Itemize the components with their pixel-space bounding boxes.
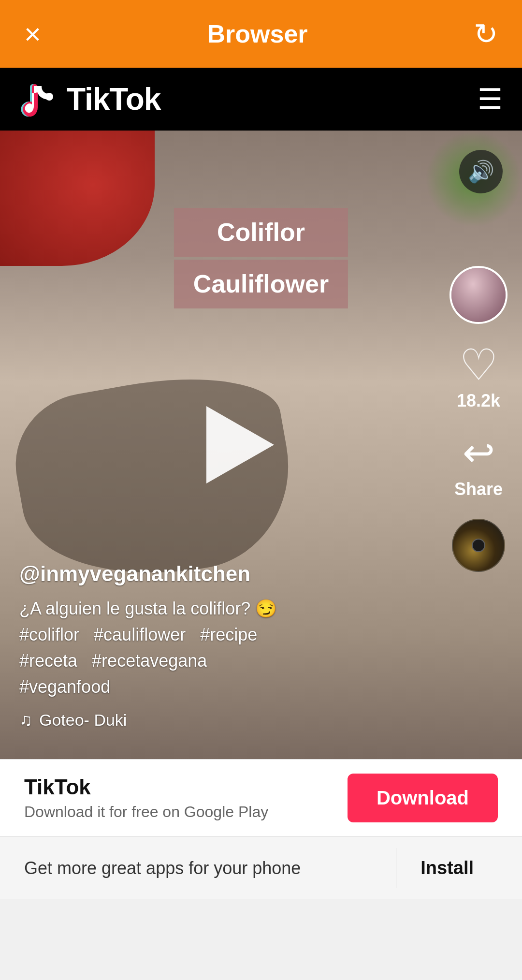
browser-bar: × Browser ↻: [0, 0, 522, 68]
caption-line2: Cauliflower: [174, 260, 348, 308]
music-note-icon: ♫: [19, 710, 32, 730]
video-username[interactable]: @inmyveganankitchen: [19, 562, 425, 586]
download-app-name: TikTok: [24, 775, 268, 799]
refresh-icon[interactable]: ↻: [474, 17, 498, 51]
video-right-actions: ♡ 18.2k ↪ Share: [450, 266, 508, 572]
hashtag-recipe[interactable]: #recipe: [200, 625, 257, 644]
install-banner: Get more great apps for your phone Insta…: [0, 836, 522, 899]
description-text: ¿A alguien le gusta la coliflor? 😏: [19, 599, 277, 618]
download-banner: TikTok Download it for free on Google Pl…: [0, 759, 522, 836]
heart-icon: ♡: [459, 343, 498, 387]
tiktok-wordmark: TikTok: [67, 81, 160, 117]
download-app-info: TikTok Download it for free on Google Pl…: [24, 775, 268, 821]
hashtag-recetavegana[interactable]: #recetavegana: [92, 651, 207, 671]
hashtag-coliflor[interactable]: #coliflor: [19, 625, 79, 644]
tiktok-logo[interactable]: TikTok: [19, 77, 160, 121]
close-icon[interactable]: ×: [24, 17, 41, 51]
hashtag-cauliflower[interactable]: #cauliflower: [94, 625, 186, 644]
creator-avatar[interactable]: [450, 266, 508, 324]
download-app-subtitle: Download it for free on Google Play: [24, 803, 268, 821]
music-disc[interactable]: [452, 519, 505, 572]
video-caption: Coliflor Cauliflower: [174, 208, 348, 311]
video-music[interactable]: ♫ Goteo- Duki: [19, 710, 425, 730]
tiktok-logo-icon: [19, 77, 58, 121]
tiktok-header: TikTok ☰: [0, 68, 522, 131]
video-container: 🔊 Coliflor Cauliflower ♡ 18.2k ↪ Share: [0, 131, 522, 759]
video-description: ¿A alguien le gusta la coliflor? 😏 #coli…: [19, 596, 425, 700]
video-background[interactable]: 🔊 Coliflor Cauliflower ♡ 18.2k ↪ Share: [0, 131, 522, 759]
avatar-image: [451, 268, 506, 322]
video-decor-bowl: [0, 131, 155, 266]
share-button[interactable]: ↪ Share: [454, 430, 503, 499]
like-count: 18.2k: [457, 391, 500, 411]
install-button[interactable]: Install: [396, 848, 498, 888]
caption-line1: Coliflor: [174, 208, 348, 257]
svg-point-0: [45, 93, 53, 101]
music-name: Goteo- Duki: [39, 711, 127, 730]
download-button[interactable]: Download: [348, 774, 498, 822]
browser-title: Browser: [207, 19, 307, 48]
hashtag-veganfood[interactable]: #veganfood: [19, 677, 110, 697]
share-label: Share: [454, 479, 503, 499]
video-info: @inmyveganankitchen ¿A alguien le gusta …: [19, 562, 425, 730]
sound-button[interactable]: 🔊: [459, 150, 503, 193]
hashtag-receta[interactable]: #receta: [19, 651, 77, 671]
install-text: Get more great apps for your phone: [24, 858, 301, 878]
hamburger-menu-icon[interactable]: ☰: [478, 85, 503, 113]
play-button[interactable]: [206, 406, 274, 483]
like-button[interactable]: ♡ 18.2k: [457, 343, 500, 411]
share-icon: ↪: [463, 430, 495, 475]
sound-icon: 🔊: [468, 159, 494, 184]
music-disc-center: [472, 539, 485, 552]
